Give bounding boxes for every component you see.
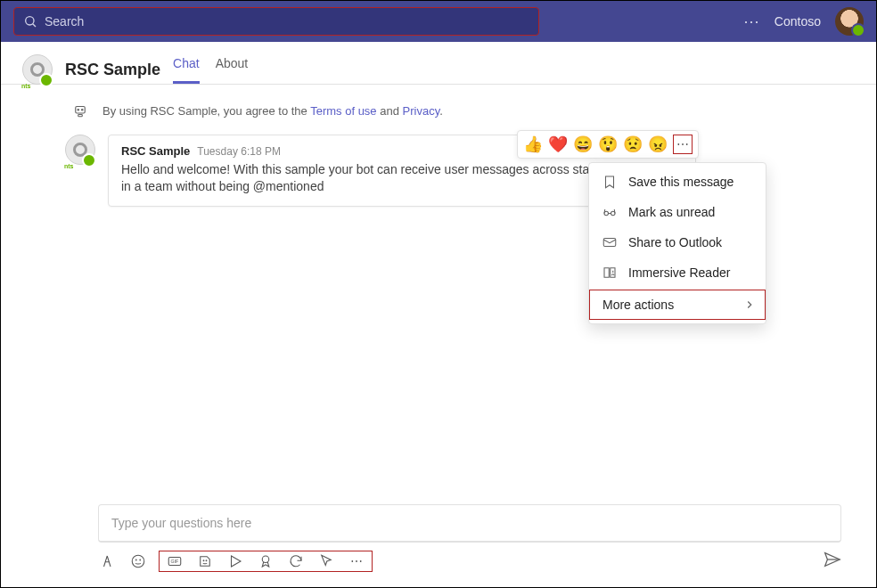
ctx-share-outlook[interactable]: Share to Outlook xyxy=(589,227,766,257)
compose-input[interactable] xyxy=(98,504,841,543)
chat-title: RSC Sample xyxy=(65,61,160,79)
approvals-button[interactable] xyxy=(286,551,306,571)
bookmark-icon xyxy=(602,174,618,190)
reaction-more-button[interactable]: ⋯ xyxy=(673,135,693,154)
stream-button[interactable] xyxy=(225,551,245,571)
svg-point-9 xyxy=(132,555,144,568)
org-name: Contoso xyxy=(775,14,821,29)
cursor-icon xyxy=(318,553,334,569)
ctx-mark-unread[interactable]: Mark as unread xyxy=(589,197,766,227)
gif-button[interactable]: GIF xyxy=(165,551,184,571)
svg-line-1 xyxy=(33,24,36,27)
bot-avatar: nts xyxy=(22,54,53,85)
svg-marker-16 xyxy=(232,556,242,567)
reaction-sad[interactable]: 😟 xyxy=(623,135,643,154)
chat-header: nts RSC Sample Chat About xyxy=(1,42,876,85)
titlebar-more-button[interactable]: ⋯ xyxy=(743,12,760,31)
extensions-group: GIF ⋯ xyxy=(159,551,373,572)
reaction-surprised[interactable]: 😲 xyxy=(598,135,618,154)
search-box[interactable] xyxy=(13,7,539,36)
search-input[interactable] xyxy=(45,14,529,29)
reader-icon xyxy=(602,265,618,281)
svg-rect-8 xyxy=(603,239,616,247)
message-context-menu: Save this message Mark as unread Share t… xyxy=(588,162,766,324)
reaction-angry[interactable]: 😠 xyxy=(648,135,668,154)
svg-rect-2 xyxy=(76,107,86,114)
svg-rect-5 xyxy=(78,115,83,117)
message-time: Tuesday 6:18 PM xyxy=(197,145,281,158)
praise-button[interactable] xyxy=(256,551,275,571)
reaction-heart[interactable]: ❤️ xyxy=(548,135,568,154)
svg-point-3 xyxy=(78,110,79,111)
emoji-button[interactable] xyxy=(128,551,148,571)
notice-text: By using RSC Sample, you agree to the Te… xyxy=(102,104,443,118)
sticker-icon xyxy=(197,553,213,569)
glasses-icon xyxy=(602,204,618,220)
message-bot-avatar: nts xyxy=(65,135,95,165)
compose-area: GIF ⋯ xyxy=(98,504,841,572)
tab-about[interactable]: About xyxy=(216,56,249,84)
user-avatar[interactable] xyxy=(835,7,864,36)
play-icon xyxy=(227,553,243,569)
sticker-button[interactable] xyxy=(195,551,215,571)
privacy-link[interactable]: Privacy xyxy=(403,104,440,118)
ctx-save-message[interactable]: Save this message xyxy=(589,167,766,197)
consent-notice: By using RSC Sample, you agree to the Te… xyxy=(1,85,876,118)
tab-chat[interactable]: Chat xyxy=(173,56,200,84)
mail-icon xyxy=(602,234,618,250)
emoji-icon xyxy=(130,553,146,569)
message-author: RSC Sample xyxy=(121,144,190,158)
search-icon xyxy=(23,14,37,29)
reaction-like[interactable]: 👍 xyxy=(523,135,543,154)
viva-button[interactable] xyxy=(316,551,336,571)
send-icon xyxy=(822,550,841,569)
chevron-right-icon xyxy=(743,298,756,311)
titlebar: ⋯ Contoso xyxy=(1,1,876,42)
svg-point-0 xyxy=(26,17,34,25)
svg-point-17 xyxy=(262,556,269,563)
format-icon xyxy=(100,553,116,569)
gif-icon: GIF xyxy=(167,553,183,569)
ctx-immersive-reader[interactable]: Immersive Reader xyxy=(589,257,766,288)
compose-more-button[interactable]: ⋯ xyxy=(347,551,366,571)
svg-point-4 xyxy=(82,110,84,111)
svg-point-15 xyxy=(206,559,207,560)
reaction-laugh[interactable]: 😄 xyxy=(573,135,593,154)
loop-icon xyxy=(288,553,304,569)
svg-point-10 xyxy=(135,559,136,560)
svg-text:GIF: GIF xyxy=(171,559,179,564)
format-button[interactable] xyxy=(98,551,118,571)
badge-icon xyxy=(258,553,274,569)
compose-toolbar: GIF ⋯ xyxy=(98,543,841,572)
reaction-tray: 👍 ❤️ 😄 😲 😟 😠 ⋯ xyxy=(517,130,699,159)
svg-point-11 xyxy=(140,559,141,560)
bot-icon xyxy=(72,102,88,118)
svg-point-14 xyxy=(203,559,204,560)
send-button[interactable] xyxy=(822,550,841,572)
terms-link[interactable]: Terms of use xyxy=(310,104,376,118)
ctx-more-actions[interactable]: More actions xyxy=(589,290,766,320)
